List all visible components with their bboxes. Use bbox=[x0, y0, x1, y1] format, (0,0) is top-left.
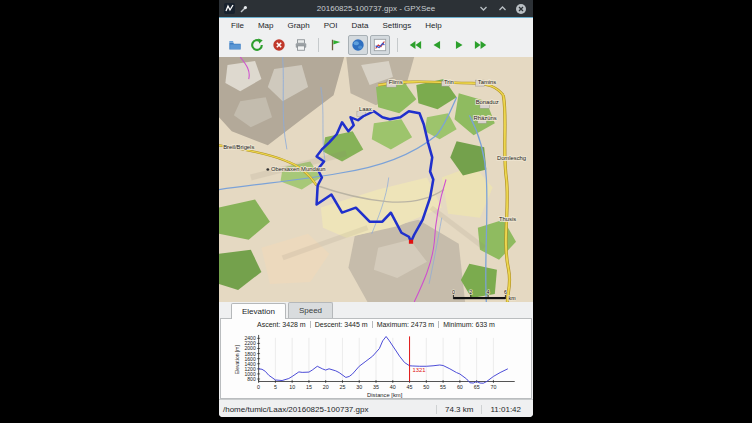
pin-icon[interactable] bbox=[239, 0, 248, 18]
track-distance: 74.3 km bbox=[436, 405, 481, 414]
map-label: Bonaduz bbox=[476, 99, 499, 105]
shade-icon[interactable] bbox=[477, 3, 489, 15]
menu-file[interactable]: File bbox=[224, 19, 251, 32]
stat-ascent: Ascent: 3428 m bbox=[253, 321, 310, 328]
map-view[interactable]: FlimsLaaxTrinTaminsBonaduzRhäzünsBreil/B… bbox=[219, 57, 533, 302]
close-file-icon bbox=[272, 38, 286, 52]
show-graphs-button[interactable] bbox=[370, 35, 390, 55]
svg-text:65: 65 bbox=[474, 384, 480, 390]
toolbar-separator bbox=[318, 38, 319, 52]
svg-text:35: 35 bbox=[373, 384, 379, 390]
previous-track-button[interactable] bbox=[427, 35, 447, 55]
svg-text:1321: 1321 bbox=[412, 367, 425, 373]
map-label: Flims bbox=[389, 79, 403, 85]
globe-icon bbox=[351, 38, 365, 52]
menu-data[interactable]: Data bbox=[344, 19, 375, 32]
svg-text:25: 25 bbox=[339, 384, 345, 390]
menu-map[interactable]: Map bbox=[251, 19, 281, 32]
svg-text:60: 60 bbox=[457, 384, 463, 390]
svg-text:45: 45 bbox=[407, 384, 413, 390]
svg-text:2400: 2400 bbox=[244, 335, 255, 341]
track-statistics: Ascent: 3428 mDescent: 3445 mMaximum: 24… bbox=[221, 319, 531, 333]
stat-minimum: Minimum: 633 m bbox=[438, 321, 499, 328]
svg-text:0: 0 bbox=[452, 289, 455, 295]
skip-last-icon bbox=[474, 38, 488, 52]
map-label: Laax bbox=[359, 106, 372, 112]
svg-text:30: 30 bbox=[356, 384, 362, 390]
svg-text:Distance [km]: Distance [km] bbox=[367, 392, 403, 398]
next-icon bbox=[452, 38, 466, 52]
printer-icon bbox=[294, 38, 308, 52]
map-label: Breil/Brigels bbox=[223, 145, 254, 151]
last-track-button[interactable] bbox=[471, 35, 491, 55]
reload-file-button[interactable] bbox=[247, 35, 267, 55]
file-path: /home/tumic/Laax/20160825-100737.gpx bbox=[223, 405, 436, 414]
svg-text:40: 40 bbox=[390, 384, 396, 390]
print-file-button[interactable] bbox=[291, 35, 311, 55]
map-label: Trin bbox=[444, 79, 454, 85]
svg-text:km: km bbox=[509, 295, 516, 301]
map-label: Rhäzüns bbox=[474, 115, 497, 121]
svg-text:50: 50 bbox=[423, 384, 429, 390]
first-track-button[interactable] bbox=[405, 35, 425, 55]
chart-icon bbox=[373, 38, 387, 52]
flag-icon bbox=[329, 38, 343, 52]
close-icon[interactable] bbox=[515, 3, 527, 15]
svg-text:4: 4 bbox=[487, 289, 490, 295]
menu-poi[interactable]: POI bbox=[317, 19, 345, 32]
close-file-button[interactable] bbox=[269, 35, 289, 55]
track-position-marker bbox=[409, 240, 413, 244]
stat-maximum: Maximum: 2473 m bbox=[372, 321, 439, 328]
tab-elevation[interactable]: Elevation bbox=[231, 303, 286, 319]
menubar: File Map Graph POI Data Settings Help bbox=[219, 18, 533, 33]
elevation-chart[interactable]: 0510152025303540455055606570800100012001… bbox=[221, 333, 531, 398]
gpxsee-window: 20160825-100737.gpx - GPXSee File Map Gr… bbox=[219, 0, 533, 417]
reload-icon bbox=[250, 38, 264, 52]
map-label: Domleschg bbox=[497, 156, 526, 162]
toolbar bbox=[219, 33, 533, 57]
svg-text:10: 10 bbox=[289, 384, 295, 390]
svg-text:15: 15 bbox=[306, 384, 312, 390]
tab-speed[interactable]: Speed bbox=[288, 302, 333, 318]
skip-first-icon bbox=[408, 38, 422, 52]
svg-text:6: 6 bbox=[504, 289, 507, 295]
map-label: Obersaxen Mundaun bbox=[271, 167, 325, 173]
folder-open-icon bbox=[228, 38, 242, 52]
map-label: Thusis bbox=[499, 216, 516, 222]
menu-help[interactable]: Help bbox=[418, 19, 448, 32]
stat-descent: Descent: 3445 m bbox=[310, 321, 372, 328]
track-time: 11:01:42 bbox=[481, 405, 529, 414]
show-map-button[interactable] bbox=[348, 35, 368, 55]
map-label: Tamins bbox=[478, 79, 497, 85]
elevation-graph-panel: Ascent: 3428 mDescent: 3445 mMaximum: 24… bbox=[220, 318, 532, 399]
maximize-icon[interactable] bbox=[496, 3, 508, 15]
svg-text:70: 70 bbox=[490, 384, 496, 390]
next-track-button[interactable] bbox=[449, 35, 469, 55]
show-poi-button[interactable] bbox=[326, 35, 346, 55]
gpxsee-app-icon bbox=[224, 3, 235, 14]
menu-settings[interactable]: Settings bbox=[375, 19, 418, 32]
open-file-button[interactable] bbox=[225, 35, 245, 55]
svg-text:0: 0 bbox=[257, 384, 260, 390]
svg-text:20: 20 bbox=[323, 384, 329, 390]
toolbar-separator bbox=[397, 38, 398, 52]
titlebar[interactable]: 20160825-100737.gpx - GPXSee bbox=[219, 0, 533, 18]
statusbar: /home/tumic/Laax/20160825-100737.gpx 74.… bbox=[219, 399, 533, 417]
svg-text:Elevation [m]: Elevation [m] bbox=[234, 345, 240, 375]
graph-tabbar: Elevation Speed bbox=[219, 302, 533, 318]
previous-icon bbox=[430, 38, 444, 52]
svg-text:2: 2 bbox=[469, 289, 472, 295]
svg-text:5: 5 bbox=[274, 384, 277, 390]
menu-graph[interactable]: Graph bbox=[280, 19, 316, 32]
svg-text:55: 55 bbox=[440, 384, 446, 390]
